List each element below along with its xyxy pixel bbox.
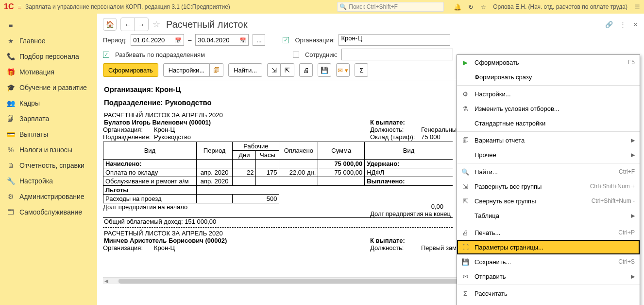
save-button[interactable]: 💾 (318, 63, 331, 77)
favorite-icon[interactable]: ☆ (153, 19, 160, 30)
td: апр. 2020 (196, 177, 233, 186)
menu-item[interactable]: ⛶Параметры страницы... (457, 240, 640, 254)
link-icon[interactable]: 🔗 (605, 21, 613, 28)
menu-item[interactable]: Формировать сразу (457, 70, 640, 84)
menu-item[interactable]: 🗐Варианты отчета▶ (457, 133, 640, 147)
menu-item[interactable]: Таблица▶ (457, 208, 640, 223)
home-button[interactable]: 🏠 (103, 18, 117, 31)
sidebar-item[interactable]: 💳Выплаты (0, 126, 97, 142)
kv-key: Оклад (тариф): (370, 133, 421, 141)
hamburger-icon[interactable]: ≡ (17, 3, 21, 11)
split-label: Разбивать по подразделениям (115, 51, 205, 58)
search-input[interactable]: 🔍 Поиск Ctrl+Shift+F (337, 2, 444, 12)
menu-item[interactable]: 💾Сохранить...Ctrl+S (457, 254, 640, 269)
menu-item[interactable]: ⚙Настройки... (457, 87, 640, 101)
menu-item[interactable]: ✉Отправить▶ (457, 269, 640, 284)
sum-button[interactable]: Σ (355, 63, 368, 77)
sidebar-item[interactable]: ★Главное (0, 33, 97, 49)
app-title: Зарплата и управление персоналом КОРП, р… (25, 3, 230, 10)
send-button[interactable]: ✉ ▾ (336, 63, 350, 77)
menu-item-label: Параметры страницы... (475, 244, 635, 251)
settings-variants-button[interactable]: 🗐 (210, 63, 223, 77)
org-checkbox[interactable]: ✓ (283, 37, 289, 43)
bell-icon[interactable]: 🔔 (454, 3, 461, 11)
emp-checkbox[interactable]: ✓ (293, 52, 299, 58)
sb-burger[interactable]: ≡ (0, 18, 97, 33)
sidebar-item-label: Мотивация (19, 68, 54, 76)
sidebar-item[interactable]: 🗎Отчетность, справки (0, 158, 97, 173)
date-to-value: 30.04.2020 (198, 36, 229, 44)
menu-item[interactable]: ⇲Развернуть все группыCtrl+Shift+Num + (457, 179, 640, 194)
sidebar-item-label: Налоги и взносы (19, 146, 72, 154)
settings-button[interactable]: Настройки... (163, 63, 210, 77)
kv-val: Крон-Ц (154, 126, 175, 133)
user-label[interactable]: Орлова Е.Н. (Нач. отд. расчетов по оплат… (493, 3, 627, 10)
nav-back-forward[interactable]: ← → (120, 18, 149, 31)
sidebar-item-icon: 🗎 (7, 161, 15, 169)
date-from-input[interactable]: 01.04.2020 (131, 34, 184, 46)
sidebar-item[interactable]: 📞Подбор персонала (0, 49, 97, 64)
history-icon[interactable]: ↻ (468, 3, 474, 11)
td: Начислено: (103, 160, 197, 168)
panel-icon[interactable]: ☰ (634, 3, 640, 11)
td: 500 (233, 195, 279, 203)
run-button[interactable]: Сформировать (103, 63, 158, 77)
sidebar-item[interactable]: %Налоги и взносы (0, 142, 97, 158)
menu-item-label: Развернуть все группы (475, 183, 585, 190)
split-checkbox[interactable]: ✓ (103, 52, 109, 58)
td: НДФЛ (365, 168, 453, 177)
calendar-icon[interactable] (175, 36, 182, 44)
calendar-icon[interactable] (239, 36, 246, 44)
more-icon[interactable]: ⋮ (620, 21, 626, 28)
date-to-input[interactable]: 30.04.2020 (195, 34, 249, 46)
menu-item[interactable]: Прочее▶ (457, 147, 640, 162)
sidebar-item[interactable]: 🗐Зарплата (0, 111, 97, 126)
find-button[interactable]: Найти... (228, 63, 262, 77)
slip-person: Булатов Игорь Виленович (00001) (103, 119, 370, 126)
nav-back-icon[interactable]: ← (121, 18, 135, 31)
kv-key: Подразделение: (103, 133, 154, 141)
menu-item[interactable]: ⇱Свернуть все группыCtrl+Shift+Num - (457, 194, 640, 208)
menu-item-label: Варианты отчета (475, 137, 626, 144)
kv-val: Крон-Ц (154, 244, 175, 251)
menu-item-icon: ⚙ (461, 90, 470, 98)
main-area: 🏠 ← → ☆ Расчетный листок 🔗 ⋮ ✕ Период: 0… (97, 14, 644, 305)
collapse-all-button[interactable]: ⇱ (281, 63, 294, 77)
topbar: 1C ≡ Зарплата и управление персоналом КО… (0, 0, 644, 14)
menu-item[interactable]: Стандартные настройки (457, 116, 640, 130)
menu-item[interactable]: 🖨Печать...Ctrl+P (457, 225, 640, 240)
date-from-value: 01.04.2020 (133, 36, 165, 44)
menu-item-icon: ⛶ (461, 244, 470, 251)
close-icon[interactable]: ✕ (633, 21, 638, 28)
menu-item-icon: 🔍 (461, 168, 470, 176)
sidebar-item[interactable]: 🔧Настройка (0, 173, 97, 189)
nav-fwd-icon[interactable]: → (135, 18, 148, 31)
sidebar-item-label: Подбор персонала (19, 53, 79, 60)
menu-item[interactable]: ⊞Открыть новое окно (457, 301, 640, 305)
sidebar-item-icon: 📞 (7, 53, 15, 60)
menu-item[interactable]: ▶СформироватьF5 (457, 55, 640, 70)
sidebar-item[interactable]: 🎁Мотивация (0, 64, 97, 80)
period-dash: – (188, 36, 191, 44)
menu-item-icon: ⇱ (461, 197, 470, 205)
sidebar-item-icon: 👥 (7, 99, 15, 107)
menu-item[interactable]: 🔍Найти...Ctrl+F (457, 164, 640, 179)
print-button[interactable]: 🖨 (299, 63, 313, 77)
td: 175 (256, 168, 279, 177)
sidebar-item-label: Настройка (19, 177, 53, 185)
sidebar-item[interactable]: 🗔Самообслуживание (0, 204, 97, 220)
star-icon[interactable]: ☆ (480, 3, 486, 11)
expand-all-button[interactable]: ⇲ (267, 63, 281, 77)
sidebar-item[interactable]: ⚙Администрирование (0, 189, 97, 204)
period-picker-button[interactable]: ... (253, 34, 265, 46)
sidebar-item-icon: % (7, 146, 15, 154)
sidebar-item[interactable]: 👥Кадры (0, 95, 97, 111)
menu-item-hotkey: Ctrl+P (618, 229, 635, 236)
menu-item[interactable]: ⚗Изменить условия отборов... (457, 101, 640, 116)
org-input[interactable]: Крон-Ц (339, 34, 450, 46)
sidebar-item[interactable]: 🎓Обучение и развитие (0, 80, 97, 95)
menu-item[interactable]: ΣРассчитать (457, 286, 640, 301)
emp-input[interactable] (341, 49, 453, 60)
th: Дни (233, 151, 256, 160)
period-label: Период: (103, 36, 127, 44)
